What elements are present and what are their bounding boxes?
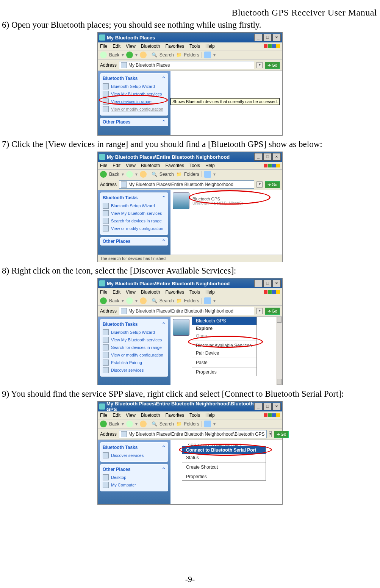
titlebar[interactable]: My Bluetooth Places\Entire Bluetooth Nei… [98,278,282,288]
ctx-create-shortcut[interactable]: Create Shortcut [182,463,266,471]
folders-icon[interactable]: 📁 [176,421,182,427]
minimize-button[interactable]: _ [254,403,263,410]
collapse-icon[interactable]: ⌃ [162,76,166,81]
task-view-services[interactable]: View My Bluetooth services [103,336,166,344]
task-view-services[interactable]: View My Bluetooth services [103,90,166,98]
address-dropdown[interactable]: ▾ [256,308,263,314]
search-icon[interactable]: 🔍 [152,172,157,177]
task-search-devices[interactable]: Search for devices in range [103,344,166,351]
folders-button[interactable]: Folders [184,52,199,58]
place-desktop[interactable]: Desktop [103,474,166,481]
back-icon[interactable] [100,52,107,58]
search-button[interactable]: Search [160,298,174,303]
menu-favorites[interactable]: Favorites [166,413,184,418]
titlebar[interactable]: My Bluetooth Places\Entire Bluetooth Nei… [98,152,282,162]
back-button[interactable]: Back [109,172,119,177]
address-field[interactable]: My Bluetooth Places\Entire Bluetooth Nei… [119,180,254,189]
ctx-properties[interactable]: Properties [192,368,256,376]
address-field[interactable]: My Bluetooth Places\Entire Bluetooth Nei… [119,430,267,438]
collapse-icon[interactable]: ⌃ [162,322,166,327]
ctx-status[interactable]: Status [182,454,266,461]
close-button[interactable]: × [272,280,281,287]
folders-button[interactable]: Folders [184,421,199,427]
menu-favorites[interactable]: Favorites [166,289,184,295]
address-field[interactable]: My Bluetooth Places [119,61,254,69]
address-dropdown[interactable]: ▾ [269,431,272,437]
menu-edit[interactable]: Edit [113,289,120,295]
menu-bluetooth[interactable]: Bluetooth [141,163,160,168]
task-discover-services[interactable]: Discover services [103,366,166,374]
go-button[interactable]: ➜ Go [265,181,280,188]
address-dropdown[interactable]: ▾ [256,181,263,188]
forward-icon[interactable] [126,421,133,427]
go-button[interactable]: ➜ Go [265,62,280,69]
menu-view[interactable]: View [126,413,136,418]
go-button[interactable]: ➜ Go [274,431,289,438]
back-icon[interactable] [100,421,107,427]
menu-file[interactable]: File [100,413,107,418]
menu-tools[interactable]: Tools [189,44,200,49]
menu-help[interactable]: Help [205,413,215,418]
forward-icon[interactable] [126,297,133,304]
minimize-button[interactable]: _ [254,280,263,287]
menu-help[interactable]: Help [205,289,215,295]
search-icon[interactable]: 🔍 [152,421,157,427]
task-establish-pairing[interactable]: Establish Pairing [103,359,166,366]
menu-file[interactable]: File [100,289,107,295]
search-button[interactable]: Search [160,421,174,427]
task-modify-config[interactable]: View or modify configuration [103,105,166,113]
close-button[interactable]: × [272,403,281,410]
menu-bluetooth[interactable]: Bluetooth [141,413,160,418]
folders-button[interactable]: Folders [184,172,199,177]
menu-bluetooth[interactable]: Bluetooth [141,44,160,49]
menu-edit[interactable]: Edit [113,413,120,418]
close-button[interactable]: × [272,153,281,161]
ctx-open[interactable]: Open [192,332,256,340]
folders-icon[interactable]: 📁 [176,172,182,177]
forward-icon[interactable] [126,171,133,178]
task-setup-wizard[interactable]: Bluetooth Setup Wizard [103,83,166,90]
minimize-button[interactable]: _ [254,34,263,41]
task-view-services[interactable]: View My Bluetooth services [103,210,166,217]
menu-edit[interactable]: Edit [113,44,120,49]
menu-help[interactable]: Help [205,44,215,49]
menu-favorites[interactable]: Favorites [166,163,184,168]
titlebar[interactable]: My Bluetooth Places _ □ × [98,33,282,42]
up-icon[interactable] [140,171,147,178]
back-icon[interactable] [100,297,107,304]
device-bluetooth-gps[interactable]: Bluetooth GPSUnknown: Major(31), Minor(0… [173,192,280,209]
folders-icon[interactable]: 📁 [176,298,182,303]
ctx-discover-services[interactable]: Discover Available Services [192,342,256,349]
task-modify-config[interactable]: View or modify configuration [103,351,166,359]
menu-file[interactable]: File [100,44,107,49]
address-dropdown[interactable]: ▾ [256,62,263,68]
maximize-button[interactable]: □ [263,403,272,410]
views-icon[interactable] [204,421,211,427]
menu-view[interactable]: View [126,163,136,168]
menu-tools[interactable]: Tools [189,163,200,168]
collapse-icon[interactable]: ⌃ [162,467,166,472]
menu-view[interactable]: View [126,44,136,49]
folders-button[interactable]: Folders [184,298,199,303]
back-icon[interactable] [100,171,107,178]
task-search-devices[interactable]: Search for devices in range [103,217,166,225]
search-icon[interactable]: 🔍 [152,298,157,303]
ctx-properties[interactable]: Properties [182,473,266,480]
ctx-paste[interactable]: Paste [192,359,256,366]
menu-view[interactable]: View [126,289,136,295]
up-icon[interactable] [140,52,147,58]
folders-icon[interactable]: 📁 [176,52,182,58]
ctx-connect-serial-port[interactable]: Connect to Bluetooth Serial Port [182,446,266,454]
up-icon[interactable] [140,421,147,427]
menu-tools[interactable]: Tools [189,289,200,295]
search-icon[interactable]: 🔍 [152,52,157,58]
task-discover-services[interactable]: Discover services [103,452,166,459]
ctx-explore[interactable]: Explore [192,325,256,332]
search-button[interactable]: Search [160,52,174,58]
collapse-icon[interactable]: ⌃ [162,445,166,450]
scrollbar[interactable] [276,317,282,385]
task-modify-config[interactable]: View or modify configuration [103,225,166,232]
place-my-computer[interactable]: My Computer [103,481,166,489]
views-icon[interactable] [204,52,211,58]
menu-file[interactable]: File [100,163,107,168]
